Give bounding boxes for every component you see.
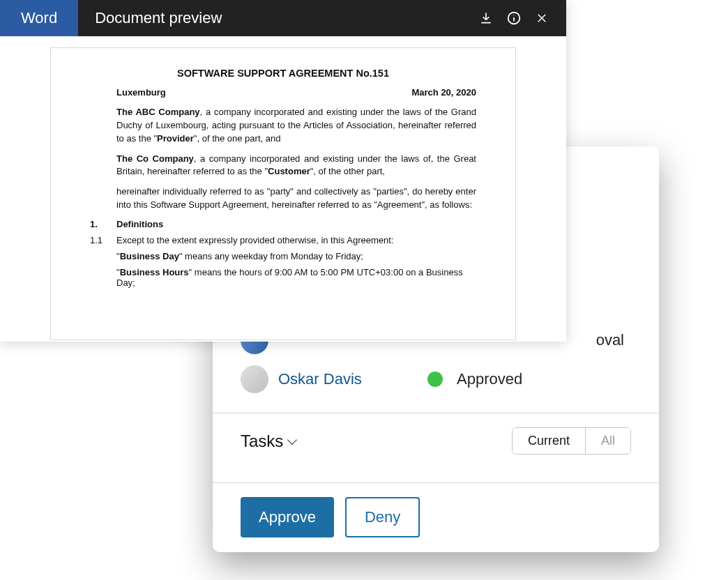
status-text: Approved [457,370,522,388]
tasks-label: Tasks [241,432,283,451]
doc-para-3: hereinafter individually referred to as … [90,185,476,212]
section-title: Definitions [116,219,163,229]
tasks-row: Tasks Current All [213,413,659,468]
info-icon[interactable] [506,10,522,26]
doc-section-1: 1. Definitions [90,219,476,229]
header-actions [478,0,566,36]
actions-row: Approve Deny [213,483,659,552]
doc-title: SOFTWARE SUPPORT AGREEMENT No.151 [90,68,476,79]
subsection-text: Except to the extent expressly provided … [116,235,393,245]
doc-para-2: The Co Company, a company incorporated a… [90,153,476,179]
document-body: SOFTWARE SUPPORT AGREEMENT No.151 Luxemb… [0,36,566,340]
doc-location: Luxemburg [116,87,166,98]
document-sheet: SOFTWARE SUPPORT AGREEMENT No.151 Luxemb… [50,47,516,340]
doc-def-1: "Business Day" means any weekday from Mo… [90,251,476,261]
download-icon[interactable] [478,10,494,26]
section-number: 1. [90,219,104,229]
preview-title: Document preview [78,0,478,36]
user-name[interactable]: Oskar Davis [278,370,404,388]
status-dot-approved [427,372,443,387]
filter-current-button[interactable]: Current [513,428,586,454]
tasks-filter-segmented: Current All [512,427,631,455]
document-preview-panel: Word Document preview SOFTWARE SUPPORT A… [0,0,566,342]
chevron-down-icon [287,434,297,444]
word-badge: Word [0,0,78,36]
approve-button[interactable]: Approve [241,497,334,537]
status-partial: oval [596,331,624,349]
svg-point-2 [513,15,514,15]
doc-para-1: The ABC Company, a company incorporated … [90,106,476,146]
close-icon[interactable] [534,10,549,26]
subsection-number: 1.1 [90,235,104,245]
approval-row-user: Oskar Davis Approved [213,360,659,399]
tasks-dropdown[interactable]: Tasks [241,432,296,451]
preview-header: Word Document preview [0,0,566,36]
deny-button[interactable]: Deny [345,497,420,537]
filter-all-button[interactable]: All [586,428,630,454]
avatar [241,365,268,393]
doc-date: March 20, 2020 [411,87,476,98]
doc-meta: Luxemburg March 20, 2020 [90,87,476,98]
doc-def-2: "Business Hours" means the hours of 9:00… [90,267,476,288]
doc-subsection-1-1: 1.1 Except to the extent expressly provi… [90,235,476,245]
